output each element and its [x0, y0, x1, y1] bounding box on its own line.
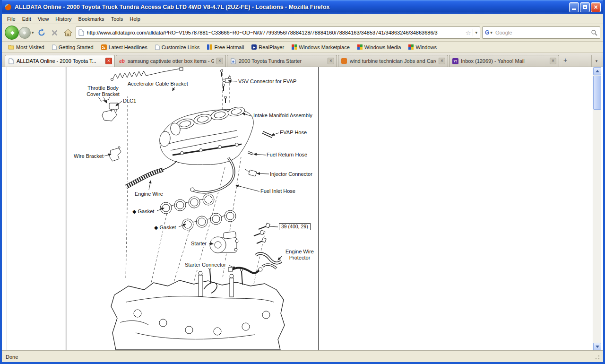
windows-flag-icon	[357, 44, 363, 50]
close-button[interactable]: ×	[591, 2, 601, 12]
status-text: Done	[6, 354, 18, 360]
minimize-button[interactable]	[569, 2, 579, 12]
diagram-label-throttle-body-cover-bracket: Throttle Body Cover Bracket	[83, 85, 123, 97]
history-dropdown[interactable]: ▾	[32, 30, 34, 35]
list-all-tabs-button[interactable]: ▾	[591, 55, 601, 67]
scroll-up-button[interactable]	[593, 67, 601, 75]
tab-close-icon[interactable]: ×	[216, 58, 223, 64]
firefox-window: ALLDATA Online - 2000 Toyota Truck Tundr…	[0, 0, 605, 364]
search-magnifier-icon[interactable]	[591, 29, 597, 36]
tab-close-icon[interactable]: ×	[439, 58, 445, 64]
forward-button[interactable]	[19, 27, 31, 39]
menu-view[interactable]: View	[35, 15, 52, 23]
url-input[interactable]	[86, 29, 464, 36]
bookmark-star-icon[interactable]: ☆	[466, 30, 471, 36]
status-bar: Done	[2, 351, 603, 362]
bookmark-most-visited[interactable]: Most Visited	[5, 43, 48, 51]
scroll-up-icon	[596, 70, 599, 72]
tab-close-icon[interactable]: ×	[328, 58, 334, 64]
scrollbar-thumb[interactable]	[593, 76, 601, 110]
bookmark-windows-marketplace[interactable]: Windows Marketplace	[288, 43, 353, 51]
diagram-label-fuel-return-hose: Fuel Return Hose	[267, 152, 307, 158]
diagram-label-starter-connector: Starter Connector	[185, 262, 226, 268]
diagram-ref-callout: 39 (400, 29)	[279, 223, 311, 230]
back-arrow-icon	[9, 30, 15, 36]
tab-wind-turbine-jobs[interactable]: wind turbine technician Jobs and Care...…	[338, 55, 448, 67]
menu-bookmarks[interactable]: Bookmarks	[75, 15, 108, 23]
scroll-down-icon	[596, 346, 599, 348]
reload-button[interactable]	[36, 27, 47, 38]
tab-tundra-starter[interactable]: 2000 Toyota Tundra Starter ×	[227, 55, 337, 67]
diagram-label-engine-wire: Engine Wire	[135, 191, 163, 197]
stop-button[interactable]	[49, 27, 60, 38]
alldata-favicon	[8, 58, 14, 64]
back-button[interactable]	[5, 26, 19, 40]
page-icon	[155, 44, 160, 50]
bookmark-label: Windows Media	[364, 44, 401, 50]
bookmark-customize-links[interactable]: Customize Links	[152, 43, 203, 51]
home-button[interactable]	[62, 27, 74, 38]
google-engine-icon[interactable]: G	[485, 29, 489, 36]
location-bar[interactable]: ☆ ▾	[76, 26, 480, 39]
location-dropdown[interactable]: ▾	[473, 29, 477, 36]
hotmail-icon	[207, 44, 212, 50]
new-tab-button[interactable]: +	[560, 55, 570, 65]
maximize-button[interactable]	[580, 2, 590, 12]
diagram-label-gasket-1: ◆ Gasket	[132, 208, 154, 215]
search-bar[interactable]: G ▾	[482, 26, 600, 39]
tab-close-icon[interactable]: ×	[550, 58, 556, 64]
windows-flag-icon	[408, 44, 414, 50]
vertical-scrollbar[interactable]	[593, 67, 601, 351]
home-icon	[64, 29, 72, 36]
diagram-label-gasket-2: ◆ Gasket	[154, 225, 176, 231]
menu-bar: File Edit View History Bookmarks Tools H…	[2, 14, 603, 24]
navigation-toolbar: ▾ ☆ ▾ G ▾	[2, 24, 603, 42]
menu-help[interactable]: Help	[126, 15, 144, 23]
page-favicon	[230, 58, 236, 64]
menu-history[interactable]: History	[52, 15, 75, 23]
site-favicon	[78, 29, 84, 36]
tab-label: 2000 Toyota Tundra Starter	[239, 58, 325, 64]
menu-edit[interactable]: Edit	[19, 15, 35, 23]
tab-close-icon[interactable]: ×	[105, 58, 112, 64]
reload-icon	[37, 28, 46, 37]
close-icon: ×	[594, 4, 597, 10]
menu-file[interactable]: File	[4, 15, 19, 23]
stop-icon	[51, 29, 58, 36]
bookmark-getting-started[interactable]: Getting Started	[49, 43, 97, 51]
tab-ebay[interactable]: eb samsung captivate otter box items - G…	[116, 55, 226, 67]
menu-tools[interactable]: Tools	[108, 15, 127, 23]
tab-label: wind turbine technician Jobs and Care...	[350, 58, 436, 64]
page-left-border	[7, 67, 7, 351]
diagram-label-injector-connector: Injector Connector	[270, 171, 312, 177]
bookmark-windows[interactable]: Windows	[405, 43, 440, 51]
realplayer-icon: ▶	[251, 44, 257, 50]
tab-label: ALLDATA Online - 2000 Toyota T...	[17, 58, 103, 64]
bookmark-realplayer[interactable]: ▶ RealPlayer	[248, 43, 287, 51]
search-input[interactable]	[494, 29, 589, 36]
resize-grip[interactable]	[595, 355, 600, 360]
diagram-label-engine-wire-protector: Engine Wire Protector	[282, 249, 318, 261]
bookmark-free-hotmail[interactable]: Free Hotmail	[204, 43, 247, 51]
bookmark-label: Windows Marketplace	[299, 44, 350, 50]
bookmarks-toolbar: Most Visited Getting Started Latest Head…	[2, 42, 603, 53]
windows-flag-icon	[292, 44, 297, 50]
rss-icon	[101, 44, 107, 50]
tab-yahoo-mail[interactable]: Y! Inbox (12069) - Yahoo! Mail ×	[449, 55, 559, 67]
bookmark-windows-media[interactable]: Windows Media	[354, 43, 405, 51]
titlebar[interactable]: ALLDATA Online - 2000 Toyota Truck Tundr…	[2, 0, 603, 14]
minimize-icon	[572, 9, 576, 10]
engine-parts-diagram	[66, 67, 319, 351]
diagram-label-starter: Starter	[191, 241, 207, 247]
scroll-down-button[interactable]	[593, 343, 601, 351]
diagram-label-vsv-connector: VSV Connector for EVAP	[238, 78, 296, 85]
search-engine-dropdown[interactable]: ▾	[490, 30, 493, 35]
bookmark-label: Most Visited	[16, 44, 44, 50]
tab-alldata[interactable]: ALLDATA Online - 2000 Toyota T... ×	[5, 55, 115, 67]
folder-icon	[8, 44, 14, 50]
firefox-icon	[4, 3, 12, 11]
yahoo-favicon: Y!	[452, 58, 458, 64]
bookmark-latest-headlines[interactable]: Latest Headlines	[98, 43, 151, 51]
diagram-label-intake-manifold: Intake Manifold Assembly	[253, 113, 312, 119]
diagram-label-dlc1: DLC1	[123, 98, 136, 104]
